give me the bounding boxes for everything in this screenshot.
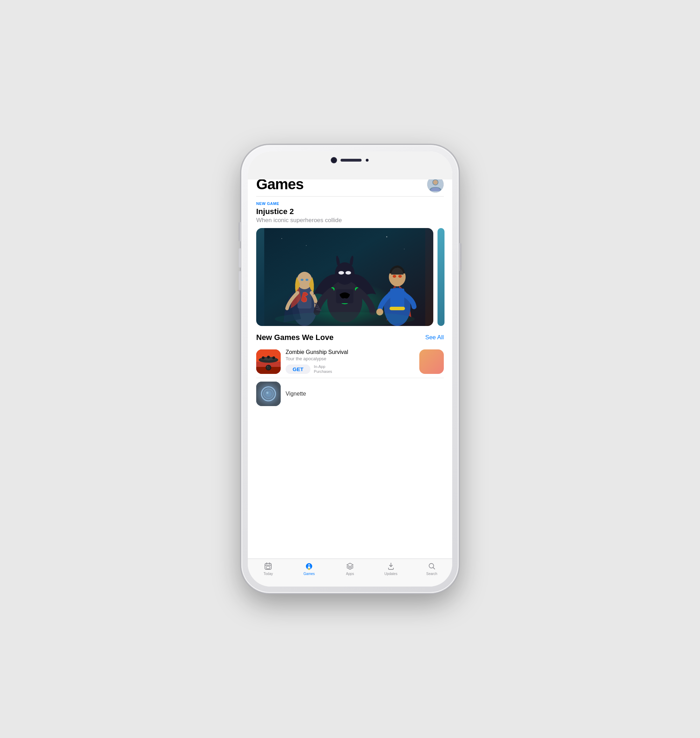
second-featured-peek — [437, 228, 444, 326]
svg-point-5 — [281, 238, 282, 239]
section-title: New Games We Love — [256, 333, 334, 342]
tab-apps[interactable]: Apps — [330, 562, 371, 576]
tab-bar: Today — [248, 559, 452, 587]
tab-updates[interactable]: Updates — [370, 562, 411, 576]
vignette-icon — [256, 381, 281, 406]
svg-rect-25 — [390, 307, 405, 310]
svg-point-13 — [306, 279, 308, 281]
svg-point-37 — [272, 357, 275, 359]
svg-point-50 — [308, 565, 310, 566]
search-tab-label: Search — [426, 572, 437, 576]
featured-title: Injustice 2 — [256, 207, 444, 216]
tab-search[interactable]: Search — [411, 562, 452, 576]
svg-rect-24 — [390, 289, 404, 308]
featured-card[interactable]: NEW GAME Injustice 2 When iconic superhe… — [248, 197, 452, 224]
games-tab-icon — [304, 562, 313, 571]
today-tab-icon — [263, 562, 273, 571]
search-tab-icon — [427, 562, 437, 571]
phone-frame: 9:41 AM 100% Games — [241, 145, 459, 593]
svg-point-7 — [387, 236, 387, 238]
svg-point-12 — [301, 279, 303, 281]
app-list: Zombie Gunship Survival Tour the apocaly… — [248, 346, 452, 409]
zombie-gunship-icon — [256, 349, 281, 374]
list-item: Vignette — [256, 378, 444, 409]
svg-point-30 — [275, 312, 415, 326]
apps-tab-icon — [346, 562, 354, 571]
front-camera-area — [331, 158, 369, 163]
tab-games[interactable]: Games — [289, 562, 330, 576]
see-all-button[interactable]: See All — [425, 334, 444, 341]
svg-point-21 — [338, 271, 344, 274]
svg-point-20 — [335, 262, 354, 285]
screen: 9:41 AM 100% Games — [248, 151, 452, 587]
svg-point-2 — [433, 180, 437, 185]
featured-tag: NEW GAME — [256, 201, 444, 205]
updates-tab-icon — [387, 562, 396, 571]
featured-subtitle: When iconic superheroes collide — [256, 217, 444, 224]
zombie-gunship-peek-icon — [419, 349, 444, 374]
svg-point-35 — [262, 357, 265, 359]
get-button[interactable]: GET — [285, 364, 310, 374]
list-item: Zombie Gunship Survival Tour the apocaly… — [256, 346, 444, 378]
svg-point-51 — [308, 568, 310, 570]
earpiece-speaker — [341, 159, 362, 161]
featured-image-row — [248, 228, 452, 326]
updates-tab-label: Updates — [384, 572, 397, 576]
svg-point-45 — [266, 391, 271, 397]
svg-point-22 — [346, 271, 351, 274]
featured-main-card[interactable] — [256, 228, 433, 326]
svg-point-6 — [306, 245, 307, 246]
front-camera — [331, 158, 336, 163]
proximity-sensor — [366, 159, 369, 161]
svg-point-40 — [267, 366, 268, 367]
games-tab-label: Games — [303, 572, 315, 576]
svg-point-36 — [267, 356, 270, 358]
svg-rect-48 — [266, 566, 270, 569]
in-app-purchases-label: In-AppPurchases — [314, 364, 332, 374]
tab-today[interactable]: Today — [248, 562, 289, 576]
svg-point-8 — [404, 249, 404, 249]
apps-tab-label: Apps — [346, 572, 354, 576]
app-name: Vignette — [285, 391, 306, 397]
phone-inner: 9:41 AM 100% Games — [248, 151, 452, 587]
section-header: New Games We Love See All — [248, 326, 452, 346]
scroll-area[interactable]: Games — [248, 169, 452, 559]
phone-top-bar — [248, 151, 452, 179]
svg-point-27 — [393, 275, 396, 278]
today-tab-label: Today — [263, 572, 273, 576]
injustice2-image[interactable] — [256, 228, 433, 326]
svg-point-46 — [266, 392, 268, 394]
svg-point-28 — [398, 275, 402, 278]
